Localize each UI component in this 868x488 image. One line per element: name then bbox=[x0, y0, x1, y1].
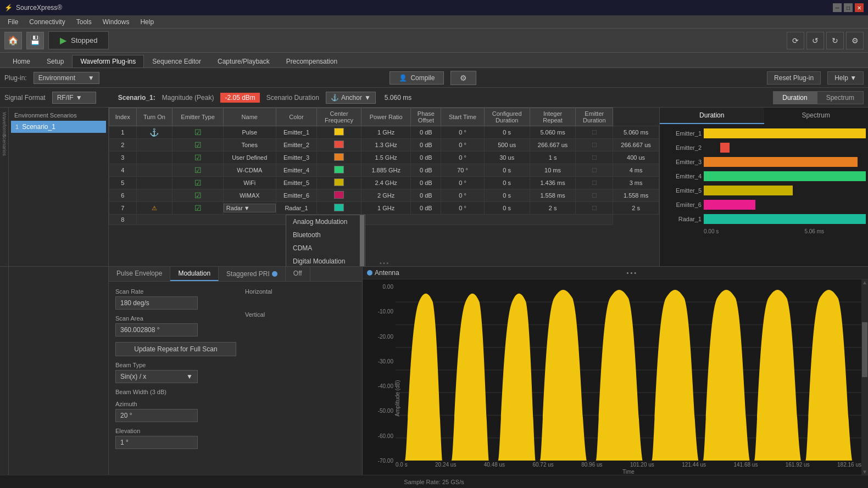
gantt-bar-area bbox=[704, 200, 866, 210]
dropdown-item-bluetooth[interactable]: Bluetooth bbox=[286, 228, 365, 242]
cell-emittertype[interactable]: WiMAX bbox=[223, 189, 276, 202]
table-row[interactable]: 1 ⚓ ☑ Pulse Emitter_1 1 GHz 0 dB 0 ° 0 s… bbox=[109, 126, 659, 139]
tab-staggered-pri[interactable]: Staggered PRI bbox=[219, 267, 286, 281]
update-repeat-button[interactable]: Update Repeat for Full Scan bbox=[115, 342, 236, 356]
elevation-label: Elevation bbox=[115, 428, 236, 434]
cell-color[interactable] bbox=[317, 126, 361, 139]
y-label-2: -20.00 bbox=[365, 334, 393, 340]
waveform-header: Antenna • • • bbox=[363, 267, 868, 279]
home-icon[interactable]: 🏠 bbox=[4, 32, 22, 49]
cell-color[interactable] bbox=[317, 164, 361, 177]
scrollbar-thumb[interactable] bbox=[360, 215, 364, 266]
scroll-up-arrow[interactable]: ▲ bbox=[861, 279, 868, 285]
help-button[interactable]: Help ▼ bbox=[827, 71, 864, 85]
tab-pulse-envelope[interactable]: Pulse Envelope bbox=[109, 267, 170, 281]
table-row[interactable]: 6 ☑ WiMAX Emitter_6 2 GHz 0 dB 0 ° 0 s 1… bbox=[109, 189, 659, 202]
tab-waveform-plugins[interactable]: Waveform Plug-ins bbox=[72, 55, 144, 68]
close-button[interactable]: ✕ bbox=[855, 3, 864, 12]
scroll-down-arrow[interactable]: ▼ bbox=[861, 469, 868, 475]
elevation-input[interactable] bbox=[115, 436, 198, 449]
cell-configured-dur: 5.060 ms bbox=[530, 126, 576, 139]
y-label-5: -50.00 bbox=[365, 408, 393, 414]
radar-type-dropdown[interactable]: Radar ▼ bbox=[224, 204, 276, 212]
tab-sequence-editor[interactable]: Sequence Editor bbox=[144, 55, 209, 68]
reload-icon[interactable]: ↻ bbox=[826, 32, 844, 49]
dropdown-item-digital[interactable]: Digital Modulation bbox=[286, 255, 365, 266]
table-row[interactable]: 2 ☑ Tones Emitter_2 1.3 GHz 0 dB 0 ° 500… bbox=[109, 139, 659, 152]
gantt-bar bbox=[720, 143, 730, 153]
tab-precompensation[interactable]: Precompensation bbox=[278, 55, 346, 68]
dropdown-item-cdma[interactable]: CDMA bbox=[286, 242, 365, 255]
sidebar-waveform[interactable]: Waveforms bbox=[2, 112, 7, 130]
emitter-type-dropdown-overlay[interactable]: Analog Modulation Bluetooth CDMA Digital… bbox=[286, 215, 365, 266]
vertical-label: Vertical bbox=[245, 311, 355, 318]
scan-rate-input[interactable] bbox=[115, 296, 198, 310]
table-row[interactable]: 3 ☑ User Defined Emitter_3 1.5 GHz 0 dB … bbox=[109, 152, 659, 164]
cell-emittertype[interactable]: User Defined bbox=[223, 152, 276, 164]
maximize-button[interactable]: □ bbox=[844, 3, 853, 12]
settings-icon[interactable]: ⚙ bbox=[846, 32, 864, 49]
duration-tab[interactable]: Duration bbox=[773, 91, 816, 104]
plugin-dropdown[interactable]: Environment ▼ bbox=[34, 72, 99, 84]
scan-rate-label: Scan Rate bbox=[115, 288, 236, 295]
cell-color[interactable] bbox=[317, 202, 361, 215]
cell-emittertype[interactable]: WiFi bbox=[223, 177, 276, 189]
chart-tab-spectrum[interactable]: Spectrum bbox=[764, 108, 869, 124]
sidebar-scenarios[interactable]: Scenarios bbox=[2, 134, 7, 152]
minimize-button[interactable]: ─ bbox=[833, 3, 842, 12]
azimuth-input[interactable] bbox=[115, 409, 198, 422]
cell-phase: 0 ° bbox=[441, 177, 484, 189]
signal-format-dropdown[interactable]: RF/IF ▼ bbox=[52, 92, 96, 104]
dropdown-scrollbar[interactable] bbox=[359, 215, 365, 266]
x-label-4: 80.96 us bbox=[581, 462, 602, 468]
anchor-arrow: ▼ bbox=[364, 94, 371, 102]
reset-plugin-button[interactable]: Reset Plug-in bbox=[767, 71, 821, 85]
x-label-8: 161.92 us bbox=[786, 462, 810, 468]
cell-configured-dur: 1 s bbox=[530, 152, 576, 164]
tab-setup[interactable]: Setup bbox=[38, 55, 72, 68]
menu-file[interactable]: File bbox=[2, 17, 24, 27]
menu-tools[interactable]: Tools bbox=[71, 17, 97, 27]
col-index: Index bbox=[109, 108, 137, 126]
cell-color[interactable] bbox=[317, 139, 361, 152]
tab-off[interactable]: Off bbox=[286, 267, 310, 281]
waveform-scrollbar[interactable]: ▲ ▼ bbox=[861, 279, 868, 475]
cell-color[interactable] bbox=[317, 152, 361, 164]
cell-emittertype[interactable]: W-CDMA bbox=[223, 164, 276, 177]
chart-tab-duration[interactable]: Duration bbox=[660, 108, 764, 124]
table-row[interactable]: 5 ☑ WiFi Emitter_5 2.4 GHz 0 dB 0 ° 0 s … bbox=[109, 177, 659, 189]
refresh-icon[interactable]: ⟳ bbox=[787, 32, 804, 49]
save-icon[interactable]: 💾 bbox=[26, 32, 44, 49]
back-icon[interactable]: ↺ bbox=[806, 32, 824, 49]
menu-help[interactable]: Help bbox=[135, 17, 159, 27]
table-row[interactable]: 4 ☑ W-CDMA Emitter_4 1.885 GHz 0 dB 70 °… bbox=[109, 164, 659, 177]
tab-modulation[interactable]: Modulation bbox=[170, 267, 219, 281]
col-starttime: Start Time bbox=[441, 108, 484, 126]
menu-connectivity[interactable]: Connectivity bbox=[24, 17, 70, 27]
cell-index: 6 bbox=[109, 189, 137, 202]
beam-type-select[interactable]: Sin(x) / x ▼ bbox=[115, 370, 198, 383]
compile-settings-button[interactable]: ⚙ bbox=[450, 71, 476, 85]
scenario-bar: Signal Format RF/IF ▼ Scenario_1: Magnit… bbox=[0, 88, 868, 108]
anchor-dropdown[interactable]: ⚓ Anchor ▼ bbox=[326, 92, 376, 104]
cell-color[interactable] bbox=[317, 189, 361, 202]
col-color: Color bbox=[276, 108, 317, 126]
cell-emittertype[interactable]: Pulse bbox=[223, 126, 276, 139]
cell-emittertype[interactable]: Tones bbox=[223, 139, 276, 152]
compile-button[interactable]: 👤 Compile bbox=[390, 71, 444, 85]
cell-powerratio: 0 dB bbox=[411, 126, 441, 139]
spectrum-tab[interactable]: Spectrum bbox=[817, 91, 864, 104]
scan-area-input[interactable] bbox=[115, 323, 198, 336]
main-toolbar: 🏠 💾 ▶ Stopped ⟳ ↺ ↻ ⚙ bbox=[0, 29, 868, 53]
play-stop-button[interactable]: ▶ Stopped bbox=[48, 31, 109, 49]
scenario-item[interactable]: 1 Scenario_1 bbox=[11, 121, 106, 133]
cell-emittertype-dropdown[interactable]: Radar ▼ bbox=[223, 202, 276, 215]
menu-windows[interactable]: Windows bbox=[97, 17, 135, 27]
table-row[interactable]: 7 ⚠ ☑ Radar ▼ Radar_1 1 GHz 0 dB bbox=[109, 202, 659, 215]
tab-home[interactable]: Home bbox=[4, 55, 38, 68]
tab-capture-playback[interactable]: Capture/Playback bbox=[209, 55, 278, 68]
cell-color[interactable] bbox=[317, 177, 361, 189]
scroll-thumb[interactable] bbox=[862, 322, 867, 377]
dropdown-item-analog[interactable]: Analog Modulation bbox=[286, 215, 365, 228]
y-axis-title: Amplitude (dB) bbox=[394, 380, 400, 417]
